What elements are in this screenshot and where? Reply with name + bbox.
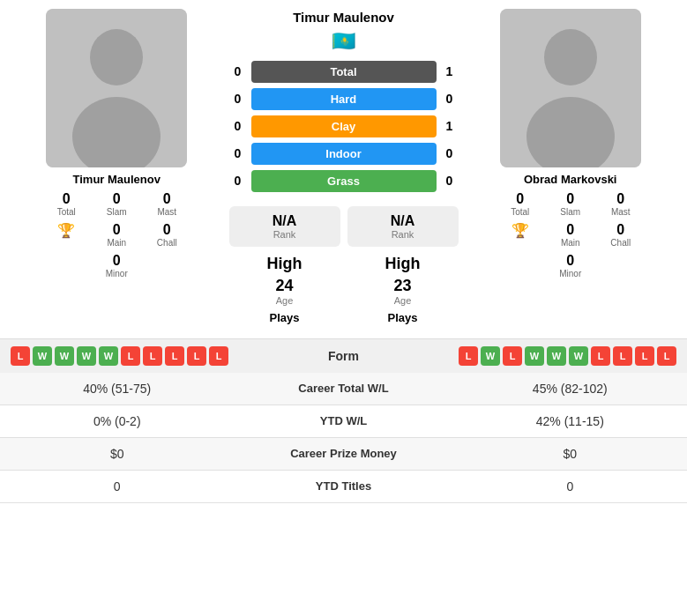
right-chall-label: Chall: [610, 238, 631, 248]
right-chall-value: 0: [616, 222, 624, 238]
svg-point-1: [90, 29, 143, 85]
right-high: High: [347, 251, 459, 277]
left-plays: Plays: [229, 306, 340, 330]
form-badge-w: W: [569, 346, 588, 366]
form-badge-w: W: [525, 346, 544, 366]
ytd-wl-row: 0% (0-2) YTD W/L 42% (11-15): [0, 405, 687, 438]
form-badge-l: L: [613, 346, 632, 366]
hard-badge: Hard: [251, 88, 437, 110]
left-total-stat: 0 Total: [42, 189, 91, 219]
right-age-value: 23: [347, 277, 459, 295]
form-badge-w: W: [99, 346, 118, 366]
total-badge: Total: [251, 61, 437, 83]
left-slam-label: Slam: [107, 207, 127, 217]
clay-left-score: 0: [229, 119, 247, 133]
left-minor-value: 0: [113, 253, 121, 269]
form-badge-w: W: [481, 346, 500, 366]
left-mast-label: Mast: [157, 207, 176, 217]
right-slam-label: Slam: [560, 207, 580, 217]
left-player-name: Timur Maulenov: [73, 173, 161, 186]
form-badge-l: L: [209, 346, 228, 366]
surface-row-clay: 0 Clay 1: [229, 113, 459, 140]
form-badge-l: L: [187, 346, 206, 366]
left-form-badges: LWWWWLLLLL: [11, 346, 228, 366]
ytd-titles-right: 0: [467, 479, 673, 494]
right-trophy: 🏆: [496, 220, 544, 249]
form-badge-w: W: [33, 346, 52, 366]
right-rank-value: N/A: [391, 213, 415, 229]
right-mast-label: Mast: [611, 207, 631, 217]
ytd-titles-left: 0: [14, 479, 220, 494]
right-minor-label: Minor: [559, 269, 581, 278]
left-age-box: 24 Age: [229, 277, 340, 306]
total-right-score: 1: [441, 64, 459, 78]
form-badge-w: W: [55, 346, 74, 366]
right-rank-label: Rank: [392, 229, 414, 240]
left-main-value: 0: [113, 222, 121, 238]
left-age-value: 24: [229, 277, 340, 295]
hard-left-score: 0: [229, 92, 247, 106]
form-label: Form: [328, 349, 359, 363]
right-total-label: Total: [511, 207, 529, 217]
surface-row-grass: 0 Grass 0: [229, 167, 459, 195]
form-badge-l: L: [143, 346, 162, 366]
form-badge-l: L: [165, 346, 184, 366]
left-age-label: Age: [229, 295, 340, 306]
right-total-value: 0: [516, 191, 524, 207]
left-player-avatar: [46, 9, 187, 167]
right-rank-box: N/A Rank: [347, 206, 459, 247]
career-total-left: 40% (51-75): [14, 382, 220, 396]
form-badge-l: L: [635, 346, 654, 366]
right-mast-value: 0: [616, 191, 624, 207]
right-slam-stat: 0 Slam: [546, 189, 594, 219]
left-flag: 🇰🇿: [332, 30, 355, 53]
left-high: High: [229, 251, 340, 277]
form-badge-w: W: [77, 346, 96, 366]
indoor-badge: Indoor: [251, 143, 437, 165]
right-form-badges: LWLWWWLLLL: [459, 346, 676, 366]
form-badge-l: L: [121, 346, 140, 366]
right-stats-grid: 0 Total 0 Slam 0 Mast 🏆 0 Main: [491, 189, 650, 280]
left-slam-stat: 0 Slam: [93, 189, 141, 219]
career-prize-left: $0: [14, 447, 220, 461]
surface-row-hard: 0 Hard 0: [229, 85, 459, 113]
left-rank-box: N/A Rank: [229, 206, 340, 247]
left-minor-label: Minor: [106, 269, 128, 278]
career-prize-label: Career Prize Money: [220, 447, 467, 460]
form-badge-w: W: [547, 346, 566, 366]
form-section: LWWWWLLLLL Form LWLWWWLLLL: [0, 338, 687, 373]
middle-section: Timur Maulenov 🇰🇿 0 Total 1 0 Hard 0 0 C…: [229, 9, 459, 330]
indoor-left-score: 0: [229, 146, 247, 160]
right-main-label: Main: [561, 238, 580, 248]
left-total-label: Total: [57, 207, 76, 217]
left-minor-stat: 0 Minor: [93, 251, 141, 280]
right-player-card: Obrad Markovski 0 Total 0 Slam 0 Mast 🏆: [463, 9, 679, 330]
right-main-stat: 0 Main: [546, 220, 594, 249]
ytd-wl-label: YTD W/L: [220, 414, 467, 427]
grass-right-score: 0: [441, 174, 459, 188]
form-badge-l: L: [657, 346, 676, 366]
right-player-name: Obrad Markovski: [524, 173, 617, 186]
svg-point-4: [544, 29, 597, 85]
left-slam-value: 0: [113, 191, 121, 207]
grass-left-score: 0: [229, 174, 247, 188]
right-slam-value: 0: [566, 191, 574, 207]
right-plays: Plays: [347, 306, 459, 330]
hard-right-score: 0: [441, 92, 459, 106]
career-prize-right: $0: [467, 447, 673, 461]
main-container: Timur Maulenov 0 Total 0 Slam 0 Mast 🏆: [0, 0, 687, 503]
surface-row-total: 0 Total 1: [229, 58, 459, 85]
right-main-value: 0: [566, 222, 574, 238]
career-total-label: Career Total W/L: [220, 382, 467, 395]
left-stats-grid: 0 Total 0 Slam 0 Mast 🏆 0 Main: [37, 189, 196, 280]
surface-row-indoor: 0 Indoor 0: [229, 140, 459, 167]
left-mast-value: 0: [163, 191, 171, 207]
ytd-titles-row: 0 YTD Titles 0: [0, 471, 687, 503]
left-main-label: Main: [107, 238, 126, 248]
ytd-wl-right: 42% (11-15): [467, 414, 673, 428]
left-player-name-center: Timur Maulenov: [293, 9, 394, 26]
grass-badge: Grass: [251, 170, 437, 192]
total-left-score: 0: [229, 64, 247, 78]
right-age-label: Age: [347, 295, 459, 306]
right-player-avatar: [500, 9, 641, 167]
